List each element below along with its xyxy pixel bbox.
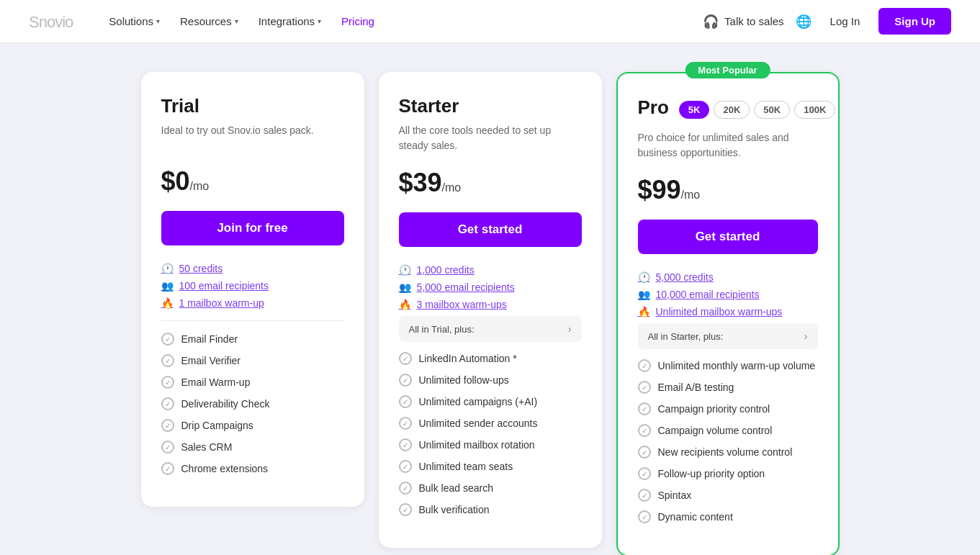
pro-tabs: 5K 20K 50K 100K <box>679 101 835 119</box>
trial-feature-6: ✓ Sales CRM <box>161 441 344 454</box>
pro-plan-description: Pro choice for unlimited sales and busin… <box>638 130 818 161</box>
starter-all-in-box[interactable]: All in Trial, plus: › <box>399 316 582 342</box>
trial-plan-price: $0/mo <box>161 166 344 197</box>
check-icon: ✓ <box>399 395 412 408</box>
nav-pricing[interactable]: Pricing <box>334 11 382 32</box>
trial-credits[interactable]: 🕐 50 credits <box>161 263 344 274</box>
starter-recipients[interactable]: 👥 5,000 email recipients <box>399 281 582 293</box>
starter-feature-6: ✓ Unlimited team seats <box>399 460 582 473</box>
chevron-down-icon: ▾ <box>318 17 321 25</box>
pro-feature-8: ✓ Dynamic content <box>638 510 818 523</box>
nav-integrations[interactable]: Integrations ▾ <box>251 11 328 32</box>
check-icon: ✓ <box>638 424 651 437</box>
check-icon: ✓ <box>399 482 412 495</box>
check-icon: ✓ <box>399 352 412 365</box>
pro-warmup[interactable]: 🔥 Unlimited mailbox warm-ups <box>638 306 818 317</box>
nav-right: 🎧 Talk to sales 🌐 Log In Sign Up <box>703 8 951 35</box>
starter-feature-2: ✓ Unlimited follow-ups <box>399 374 582 387</box>
pro-plan-card: Most Popular Pro 5K 20K 50K 100K Pro cho… <box>616 72 840 555</box>
headphone-icon: 🎧 <box>703 14 719 30</box>
check-icon: ✓ <box>161 462 174 475</box>
trial-cta-button[interactable]: Join for free <box>161 211 344 245</box>
people-icon: 👥 <box>399 281 411 293</box>
check-icon: ✓ <box>638 402 651 415</box>
check-icon: ✓ <box>399 374 412 387</box>
starter-credits[interactable]: 🕐 1,000 credits <box>399 264 582 276</box>
nav-solutions[interactable]: Solutions ▾ <box>102 11 167 32</box>
starter-feature-4: ✓ Unlimited sender accounts <box>399 417 582 430</box>
pro-plan-price: $99/mo <box>638 175 818 205</box>
check-icon: ✓ <box>399 417 412 430</box>
trial-warmup[interactable]: 🔥 1 mailbox warm-up <box>161 297 344 309</box>
pro-feature-3: ✓ Campaign priority control <box>638 402 818 415</box>
starter-plan-card: Starter All the core tools needed to set… <box>379 72 602 548</box>
trial-recipients[interactable]: 👥 100 email recipients <box>161 280 344 292</box>
pro-cta-button[interactable]: Get started <box>638 220 818 254</box>
trial-feature-7: ✓ Chrome extensions <box>161 462 344 475</box>
check-icon: ✓ <box>638 510 651 523</box>
starter-plan-name: Starter <box>399 95 582 117</box>
check-icon: ✓ <box>161 441 174 454</box>
check-icon: ✓ <box>399 460 412 473</box>
pro-tab-5k[interactable]: 5K <box>679 101 710 119</box>
most-popular-badge: Most Popular <box>685 62 770 78</box>
clock-icon: 🕐 <box>399 264 411 276</box>
logo[interactable]: Snovio <box>29 10 73 32</box>
login-button[interactable]: Log In <box>823 11 868 32</box>
check-icon: ✓ <box>161 397 174 410</box>
starter-feature-1: ✓ LinkedIn Automation * <box>399 352 582 365</box>
trial-feature-1: ✓ Email Finder <box>161 333 344 346</box>
check-icon: ✓ <box>161 333 174 346</box>
pro-feature-4: ✓ Campaign volume control <box>638 424 818 437</box>
trial-plan-name: Trial <box>161 95 344 117</box>
pro-tab-20k[interactable]: 20K <box>714 101 750 119</box>
pro-feature-5: ✓ New recipients volume control <box>638 446 818 459</box>
starter-feature-8: ✓ Bulk verification <box>399 503 582 516</box>
trial-feature-2: ✓ Email Verifier <box>161 354 344 367</box>
pro-feature-2: ✓ Email A/B testing <box>638 381 818 394</box>
divider <box>161 320 344 321</box>
check-icon: ✓ <box>399 438 412 451</box>
pro-credits[interactable]: 🕐 5,000 credits <box>638 271 818 283</box>
chevron-down-icon: ▾ <box>156 17 160 25</box>
check-icon: ✓ <box>638 467 651 480</box>
trial-plan-card: Trial Ideal to try out Snov.io sales pac… <box>141 72 364 507</box>
check-icon: ✓ <box>638 489 651 502</box>
trial-feature-4: ✓ Deliverability Check <box>161 397 344 410</box>
chevron-right-icon: › <box>568 323 572 335</box>
check-icon: ✓ <box>638 359 651 372</box>
clock-icon: 🕐 <box>161 263 174 274</box>
starter-cta-button[interactable]: Get started <box>399 212 582 247</box>
check-icon: ✓ <box>161 376 174 389</box>
pro-feature-7: ✓ Spintax <box>638 489 818 502</box>
chevron-down-icon: ▾ <box>235 17 238 25</box>
signup-button[interactable]: Sign Up <box>878 8 951 35</box>
trial-feature-3: ✓ Email Warm-up <box>161 376 344 389</box>
check-icon: ✓ <box>161 354 174 367</box>
logo-text: Snov <box>29 13 62 31</box>
nav-links: Solutions ▾ Resources ▾ Integrations ▾ P… <box>102 11 703 32</box>
logo-suffix: io <box>62 13 73 31</box>
pro-tab-50k[interactable]: 50K <box>754 101 790 119</box>
trial-feature-5: ✓ Drip Campaigns <box>161 419 344 432</box>
nav-resources[interactable]: Resources ▾ <box>173 11 246 32</box>
fire-icon: 🔥 <box>161 297 174 309</box>
pro-all-in-box[interactable]: All in Starter, plus: › <box>638 323 818 349</box>
pro-recipients[interactable]: 👥 10,000 email recipients <box>638 289 818 300</box>
check-icon: ✓ <box>638 446 651 459</box>
pricing-section: Trial Ideal to try out Snov.io sales pac… <box>0 43 980 555</box>
starter-warmup[interactable]: 🔥 3 mailbox warm-ups <box>399 299 582 310</box>
globe-icon[interactable]: 🌐 <box>796 14 812 30</box>
talk-to-sales-button[interactable]: 🎧 Talk to sales <box>703 14 784 30</box>
pro-plan-name-row: Pro 5K 20K 50K 100K <box>638 96 818 125</box>
trial-plan-description: Ideal to try out Snov.io sales pack. <box>161 123 344 152</box>
check-icon: ✓ <box>399 503 412 516</box>
clock-icon: 🕐 <box>638 271 650 283</box>
check-icon: ✓ <box>638 381 651 394</box>
starter-feature-3: ✓ Unlimited campaigns (+AI) <box>399 395 582 408</box>
fire-icon: 🔥 <box>399 299 411 310</box>
fire-icon: 🔥 <box>638 306 650 317</box>
pro-plan-name: Pro <box>638 96 669 119</box>
pro-tab-100k[interactable]: 100K <box>794 101 835 119</box>
people-icon: 👥 <box>638 289 650 300</box>
